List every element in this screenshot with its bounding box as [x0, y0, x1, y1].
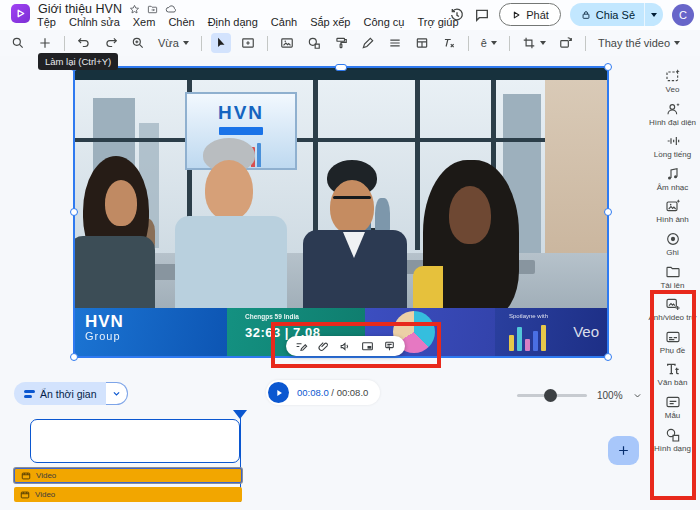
- avatar-initial: C: [679, 9, 687, 21]
- banner-brand-bottom: Group: [85, 330, 227, 342]
- resize-handle-bottom-right[interactable]: [604, 353, 612, 361]
- undo-icon[interactable]: [74, 33, 94, 53]
- timeline-track-video-2[interactable]: Video: [14, 487, 242, 502]
- crop-dropdown[interactable]: [519, 36, 549, 50]
- hide-timeline-button[interactable]: Ẩn thời gian: [14, 382, 106, 405]
- timeline-icon: [24, 390, 35, 398]
- zoom-level-dropdown[interactable]: [633, 386, 642, 404]
- special-characters-dropdown[interactable]: ê: [478, 37, 500, 49]
- sidebar-item-am-nhac[interactable]: Âm nhạc: [647, 166, 699, 193]
- banner-caption: Chengps 59 India: [245, 313, 365, 320]
- text-icon: [665, 361, 681, 377]
- sidebar-item-label: Lồng tiếng: [654, 150, 691, 160]
- menubar: Tệp Chỉnh sửa Xem Chèn Định dạng Cảnh Sắ…: [37, 16, 459, 28]
- sidebar-item-veo[interactable]: Veo: [647, 68, 699, 95]
- fit-zoom-dropdown[interactable]: Vừa: [155, 37, 192, 49]
- sidebar-item-ghi[interactable]: Ghi: [647, 231, 699, 258]
- text-box-icon[interactable]: [238, 33, 258, 53]
- sidebar-item-hinh-dai-dien[interactable]: Hình đại diện: [647, 101, 699, 128]
- menu-tep[interactable]: Tệp: [37, 16, 56, 28]
- scene-thumbnail-selected[interactable]: [30, 419, 240, 463]
- comment-icon[interactable]: [474, 7, 490, 23]
- menu-chinh-sua[interactable]: Chỉnh sửa: [69, 16, 120, 28]
- zoom-icon[interactable]: [128, 33, 148, 53]
- share-button-group: Chia Sẻ: [570, 3, 663, 26]
- sidebar-item-hinh-dang[interactable]: Hình dạng: [647, 427, 699, 454]
- zoom-level-label: 100%: [597, 390, 623, 401]
- google-vids-app: Giới thiệu HVN Tệp Chỉnh sửa Xem Chèn Đị…: [0, 0, 700, 510]
- sidebar-item-label: Tải lên: [660, 281, 684, 291]
- screen-logo-text: HVN: [218, 102, 264, 124]
- version-history-icon[interactable]: [449, 7, 465, 23]
- picture-in-picture-icon[interactable]: [361, 340, 374, 353]
- move-folder-icon[interactable]: [147, 4, 158, 15]
- cloud-status-icon[interactable]: [165, 3, 177, 15]
- paint-format-icon[interactable]: [331, 33, 351, 53]
- sidebar-item-label: Hình đại diện: [649, 118, 696, 128]
- volume-icon[interactable]: [339, 340, 352, 353]
- attachment-icon[interactable]: [317, 340, 330, 353]
- sidebar-item-label: Phụ đề: [660, 346, 685, 356]
- sidebar-item-long-tieng[interactable]: Lồng tiếng: [647, 133, 699, 160]
- sidebar-item-phu-de[interactable]: Phụ đề: [647, 329, 699, 356]
- zoom-slider-knob[interactable]: [544, 389, 557, 402]
- redo-tooltip: Làm lại (Ctrl+Y): [38, 53, 118, 70]
- header-bar: Giới thiệu HVN Tệp Chỉnh sửa Xem Chèn Đị…: [0, 0, 700, 30]
- line-weight-icon[interactable]: [385, 33, 405, 53]
- new-scene-icon[interactable]: [35, 33, 55, 53]
- timeline-zoom-controls: 100%: [517, 386, 642, 404]
- vids-logo-icon[interactable]: [11, 4, 30, 23]
- resize-handle-middle-right[interactable]: [604, 208, 612, 216]
- edit-script-icon[interactable]: [295, 340, 308, 353]
- redo-icon[interactable]: [101, 33, 121, 53]
- sidebar-item-hinh-anh[interactable]: Hình ảnh: [647, 198, 699, 225]
- menu-sap-xep[interactable]: Sắp xếp: [310, 16, 350, 28]
- veo-watermark: Veo: [573, 323, 599, 340]
- share-button[interactable]: Chia Sẻ: [570, 3, 645, 26]
- replace-image-icon[interactable]: [556, 33, 576, 53]
- resize-handle-bottom-left[interactable]: [70, 353, 78, 361]
- table-icon[interactable]: [412, 33, 432, 53]
- insert-sidebar: Veo Hình đại diện Lồng tiếng Âm nhạc Hìn…: [645, 56, 700, 453]
- sidebar-item-anh-video-tru[interactable]: Ảnh/video trữ: [647, 296, 699, 323]
- search-menus-icon[interactable]: [8, 33, 28, 53]
- veo-icon: [665, 68, 681, 84]
- total-time: 00:08.0: [337, 387, 369, 398]
- banner-brand-block: HVN Group: [75, 308, 227, 356]
- pen-icon[interactable]: [358, 33, 378, 53]
- menu-dinh-dang[interactable]: Định dạng: [208, 16, 258, 28]
- play-button[interactable]: [268, 382, 289, 403]
- menu-chen[interactable]: Chèn: [168, 16, 194, 28]
- resize-handle-middle-left[interactable]: [70, 208, 78, 216]
- share-dropdown-button[interactable]: [645, 3, 663, 26]
- track-label: Video: [36, 471, 56, 480]
- sidebar-item-van-ban[interactable]: Văn bản: [647, 361, 699, 388]
- clear-format-icon[interactable]: [439, 33, 459, 53]
- menu-canh[interactable]: Cảnh: [271, 16, 297, 28]
- timeline-track-video-1[interactable]: Video: [14, 468, 242, 483]
- resize-handle-top-center[interactable]: [335, 64, 347, 71]
- play-presentation-button[interactable]: Phát: [499, 3, 561, 26]
- video-preview: HVN: [75, 68, 607, 356]
- sidebar-item-mau[interactable]: Mẫu: [647, 394, 699, 421]
- time-display: 00:08.0 / 00:08.0: [297, 387, 368, 398]
- mask-shape-icon[interactable]: [304, 33, 324, 53]
- replace-video-dropdown[interactable]: Thay thế video: [595, 37, 683, 49]
- video-context-toolbar: [286, 336, 405, 356]
- menu-cong-cu[interactable]: Công cụ: [364, 16, 405, 28]
- stock-media-icon: [665, 296, 681, 312]
- resize-handle-top-right[interactable]: [604, 63, 612, 71]
- insert-image-icon[interactable]: [277, 33, 297, 53]
- prompter-icon[interactable]: [383, 340, 396, 353]
- selected-video-element[interactable]: HVN: [75, 68, 607, 356]
- document-title[interactable]: Giới thiệu HVN: [38, 2, 122, 16]
- account-avatar[interactable]: C: [672, 4, 694, 26]
- hide-timeline-dropdown[interactable]: [106, 382, 128, 405]
- play-button-label: Phát: [526, 9, 549, 21]
- add-track-button[interactable]: [608, 436, 639, 465]
- star-icon[interactable]: [129, 4, 140, 15]
- sidebar-item-tai-len[interactable]: Tải lên: [647, 264, 699, 291]
- zoom-slider[interactable]: [517, 394, 587, 397]
- menu-xem[interactable]: Xem: [133, 16, 156, 28]
- select-tool-icon[interactable]: [211, 33, 231, 53]
